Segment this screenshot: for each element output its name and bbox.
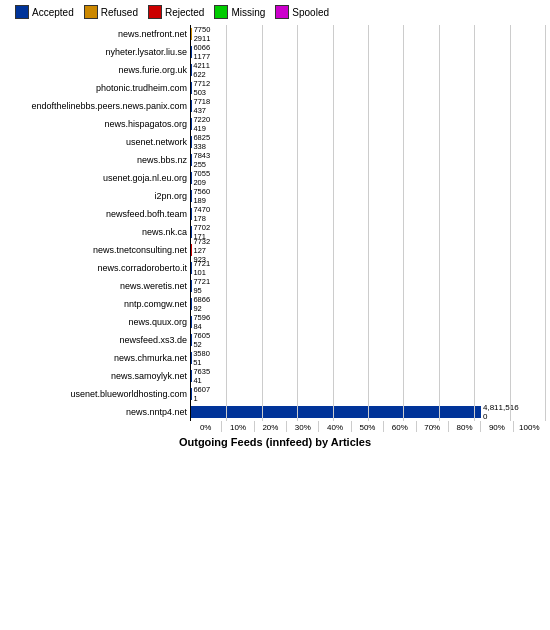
bar-numbers: 7721101 <box>193 259 210 277</box>
bar-number-refused: 255 <box>193 160 210 169</box>
legend-color-missing <box>214 5 228 19</box>
bar-numbers: 7718437 <box>193 97 210 115</box>
bar-numbers: 686692 <box>193 295 210 313</box>
bar-number-accepted: 7605 <box>193 331 210 340</box>
grid-line <box>297 25 298 421</box>
bar-number-refused: 437 <box>193 106 210 115</box>
legend-label-rejected: Rejected <box>165 7 204 18</box>
bar-number-accepted: 7732 <box>194 237 211 246</box>
grid-line <box>368 25 369 421</box>
legend-color-refused <box>84 5 98 19</box>
y-label: news.samoylyk.net <box>111 367 190 385</box>
bar-numbers: 7843255 <box>193 151 210 169</box>
legend-label-accepted: Accepted <box>32 7 74 18</box>
y-label: newsfeed.xs3.de <box>119 331 190 349</box>
chart-container: AcceptedRefusedRejectedMissingSpooled ne… <box>0 0 550 630</box>
bar-numbers: 7055209 <box>193 169 210 187</box>
bar-number-accepted: 6607 <box>193 385 210 394</box>
bar-number-refused: 189 <box>193 196 210 205</box>
y-label: nyheter.lysator.liu.se <box>105 43 190 61</box>
legend-item-spooled: Spooled <box>275 5 329 19</box>
grid-line <box>439 25 440 421</box>
bar-number-refused: 41 <box>193 376 210 385</box>
bar-number-refused: 95 <box>193 286 210 295</box>
y-label: news.tnetconsulting.net <box>93 241 190 259</box>
y-label: news.furie.org.uk <box>118 61 190 79</box>
bar-number-refused: 0 <box>483 412 519 421</box>
bar-number-accepted: 7596 <box>193 313 210 322</box>
bars-area: 7750291160661177421162277125037718437722… <box>190 25 545 421</box>
bar-number-refused: 52 <box>193 340 210 349</box>
bar-number-refused: 622 <box>193 70 210 79</box>
legend-label-spooled: Spooled <box>292 7 329 18</box>
grid-line <box>474 25 475 421</box>
bar-number-refused: 419 <box>193 124 210 133</box>
bar-number-refused: 51 <box>193 358 210 367</box>
bar-numbers: 760552 <box>193 331 210 349</box>
x-tick: 70% <box>416 421 448 432</box>
bar-number-accepted: 7055 <box>193 169 210 178</box>
bar-numbers: 358051 <box>193 349 210 367</box>
y-label: news.weretis.net <box>120 277 190 295</box>
y-label: news.nntp4.net <box>126 403 190 421</box>
bar-number-refused: 338 <box>193 142 210 151</box>
bar-number-refused: 178 <box>193 214 210 223</box>
y-axis-labels: news.netfront.netnyheter.lysator.liu.sen… <box>5 25 190 421</box>
y-label: usenet.goja.nl.eu.org <box>103 169 190 187</box>
y-label: news.hispagatos.org <box>104 115 190 133</box>
legend-label-missing: Missing <box>231 7 265 18</box>
x-tick: 10% <box>221 421 253 432</box>
chart-title: Outgoing Feeds (innfeed) by Articles <box>5 436 545 448</box>
bar-number-accepted: 7721 <box>193 259 210 268</box>
bar-numbers: 759684 <box>193 313 210 331</box>
bar-numbers: 66071 <box>193 385 210 403</box>
bar-number-accepted: 7721 <box>193 277 210 286</box>
x-tick: 80% <box>448 421 480 432</box>
legend-item-missing: Missing <box>214 5 265 19</box>
bar-numbers: 763541 <box>193 367 210 385</box>
legend-label-refused: Refused <box>101 7 138 18</box>
x-axis: 0%10%20%30%40%50%60%70%80%90%100% <box>190 421 545 432</box>
bar-numbers: 60661177 <box>193 43 210 61</box>
x-tick: 90% <box>480 421 512 432</box>
bar-number-accepted: 7220 <box>193 115 210 124</box>
y-label: news.corradoroberto.it <box>97 259 190 277</box>
bar-number-accepted: 7750 <box>194 25 211 34</box>
bar-number-accepted: 7635 <box>193 367 210 376</box>
grid-line <box>545 25 546 421</box>
grid-line <box>262 25 263 421</box>
bar-numbers: 7712503 <box>193 79 210 97</box>
y-label: news.nk.ca <box>142 223 190 241</box>
bar-number-accepted: 4,811,516 <box>483 403 519 412</box>
y-label: photonic.trudheim.com <box>96 79 190 97</box>
bar-numbers: 7220419 <box>193 115 210 133</box>
bar-numbers: 4,811,5160 <box>483 403 519 421</box>
grid-line <box>403 25 404 421</box>
y-label: usenet.blueworldhosting.com <box>70 385 190 403</box>
bar-number-refused: 2911 <box>194 34 211 43</box>
legend-color-spooled <box>275 5 289 19</box>
bar-numbers: 772195 <box>193 277 210 295</box>
y-label: news.chmurka.net <box>114 349 190 367</box>
x-tick: 50% <box>351 421 383 432</box>
bar-number-accepted: 7702 <box>193 223 210 232</box>
y-label: endofthelinebbs.peers.news.panix.com <box>31 97 190 115</box>
bar-number-refused: 84 <box>193 322 210 331</box>
y-label: news.quux.org <box>128 313 190 331</box>
y-label: news.netfront.net <box>118 25 190 43</box>
y-label: usenet.network <box>126 133 190 151</box>
bar-number-refused: 1177 <box>193 52 210 61</box>
grid-line <box>510 25 511 421</box>
bar-number-refused: 1 <box>193 394 210 403</box>
x-tick: 20% <box>254 421 286 432</box>
legend-item-rejected: Rejected <box>148 5 204 19</box>
grid-line <box>226 25 227 421</box>
bar-number-refused: 127 <box>194 246 211 255</box>
bar-numbers: 7560189 <box>193 187 210 205</box>
x-tick: 0% <box>190 421 221 432</box>
bar-number-accepted: 4211 <box>193 61 210 70</box>
x-tick: 40% <box>318 421 350 432</box>
legend-item-refused: Refused <box>84 5 138 19</box>
bar-number-accepted: 7718 <box>193 97 210 106</box>
bar-segment-accepted <box>191 406 481 418</box>
